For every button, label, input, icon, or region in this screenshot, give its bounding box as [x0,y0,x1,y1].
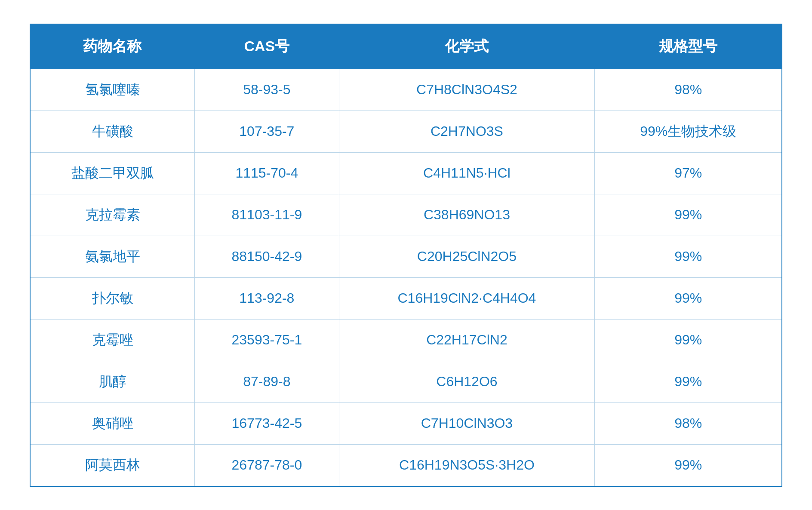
cell-r8-c3: 98% [595,402,782,444]
cell-r0-c2: C7H8ClN3O4S2 [339,69,595,111]
cell-r3-c0: 克拉霉素 [30,194,195,236]
header-formula: 化学式 [339,24,595,69]
cell-r4-c3: 99% [595,236,782,277]
table-row: 克拉霉素81103-11-9C38H69NO1399% [30,194,782,236]
cell-r7-c1: 87-89-8 [195,361,339,402]
cell-r1-c2: C2H7NO3S [339,111,595,152]
drug-table: 药物名称 CAS号 化学式 规格型号 氢氯噻嗪58-93-5C7H8ClN3O4… [30,24,782,487]
cell-r7-c0: 肌醇 [30,361,195,402]
main-container: 药物名称 CAS号 化学式 规格型号 氢氯噻嗪58-93-5C7H8ClN3O4… [30,24,782,487]
cell-r8-c2: C7H10ClN3O3 [339,402,595,444]
cell-r7-c3: 99% [595,361,782,402]
cell-r9-c1: 26787-78-0 [195,444,339,486]
cell-r9-c0: 阿莫西林 [30,444,195,486]
cell-r9-c2: C16H19N3O5S·3H2O [339,444,595,486]
cell-r4-c2: C20H25ClN2O5 [339,236,595,277]
header-drug-name: 药物名称 [30,24,195,69]
cell-r0-c1: 58-93-5 [195,69,339,111]
table-row: 阿莫西林26787-78-0C16H19N3O5S·3H2O99% [30,444,782,486]
table-row: 扑尔敏113-92-8C16H19ClN2·C4H4O499% [30,277,782,319]
cell-r2-c0: 盐酸二甲双胍 [30,152,195,194]
cell-r5-c3: 99% [595,277,782,319]
cell-r0-c3: 98% [595,69,782,111]
cell-r7-c2: C6H12O6 [339,361,595,402]
cell-r1-c0: 牛磺酸 [30,111,195,152]
cell-r0-c0: 氢氯噻嗪 [30,69,195,111]
cell-r2-c3: 97% [595,152,782,194]
table-row: 牛磺酸107-35-7C2H7NO3S99%生物技术级 [30,111,782,152]
cell-r6-c2: C22H17ClN2 [339,319,595,361]
cell-r8-c1: 16773-42-5 [195,402,339,444]
table-row: 奥硝唑16773-42-5C7H10ClN3O398% [30,402,782,444]
cell-r4-c0: 氨氯地平 [30,236,195,277]
cell-r4-c1: 88150-42-9 [195,236,339,277]
table-row: 克霉唑23593-75-1C22H17ClN299% [30,319,782,361]
cell-r5-c1: 113-92-8 [195,277,339,319]
table-row: 氢氯噻嗪58-93-5C7H8ClN3O4S298% [30,69,782,111]
cell-r8-c0: 奥硝唑 [30,402,195,444]
cell-r2-c2: C4H11N5·HCl [339,152,595,194]
cell-r6-c3: 99% [595,319,782,361]
cell-r6-c1: 23593-75-1 [195,319,339,361]
cell-r3-c1: 81103-11-9 [195,194,339,236]
table-row: 氨氯地平88150-42-9C20H25ClN2O599% [30,236,782,277]
cell-r3-c2: C38H69NO13 [339,194,595,236]
cell-r5-c0: 扑尔敏 [30,277,195,319]
table-row: 肌醇87-89-8C6H12O699% [30,361,782,402]
cell-r9-c3: 99% [595,444,782,486]
cell-r2-c1: 1115-70-4 [195,152,339,194]
header-spec: 规格型号 [595,24,782,69]
cell-r1-c3: 99%生物技术级 [595,111,782,152]
table-header-row: 药物名称 CAS号 化学式 规格型号 [30,24,782,69]
cell-r3-c3: 99% [595,194,782,236]
table-body: 氢氯噻嗪58-93-5C7H8ClN3O4S298%牛磺酸107-35-7C2H… [30,69,782,486]
cell-r6-c0: 克霉唑 [30,319,195,361]
cell-r1-c1: 107-35-7 [195,111,339,152]
header-cas: CAS号 [195,24,339,69]
cell-r5-c2: C16H19ClN2·C4H4O4 [339,277,595,319]
table-row: 盐酸二甲双胍1115-70-4C4H11N5·HCl97% [30,152,782,194]
